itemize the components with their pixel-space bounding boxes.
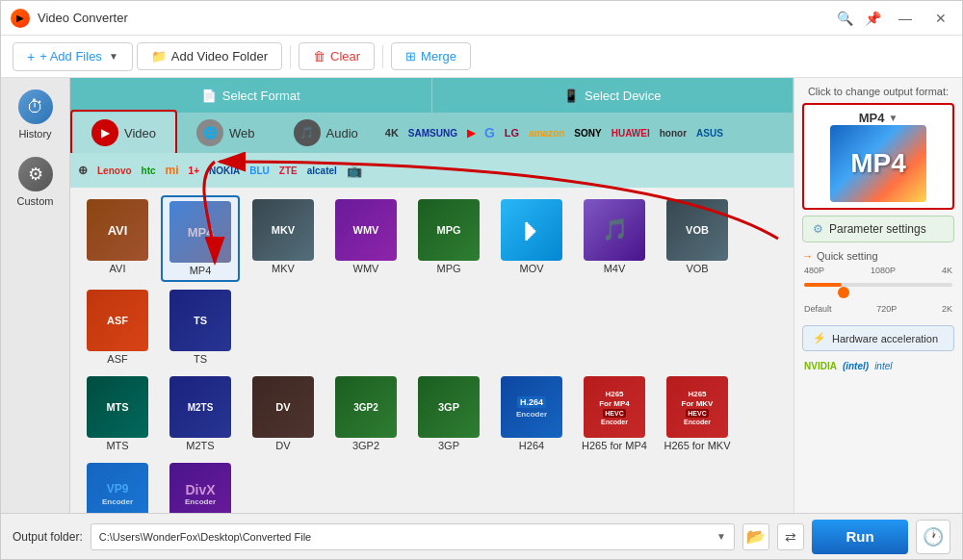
- format-bar: 📄 Select Format 📱 Select Device: [70, 78, 794, 113]
- format-ts[interactable]: TS TS: [161, 286, 240, 369]
- format-h264[interactable]: H.264 Encoder H264: [492, 372, 571, 455]
- select-device-tab[interactable]: 📱 Select Device: [432, 78, 794, 113]
- brand-row-2: ⊕ Lenovo htc mi 1+ NOKIA BLU ZTE alcatel…: [70, 153, 794, 188]
- output-path-container[interactable]: C:\Users\WonderFox\Desktop\Converted Fil…: [91, 523, 735, 550]
- pin-icon[interactable]: 📌: [865, 11, 881, 26]
- current-format-name: MP4: [859, 111, 885, 125]
- quality-slider[interactable]: [804, 283, 952, 302]
- close-button[interactable]: ✕: [929, 11, 952, 26]
- brand-oneplus[interactable]: 1+: [189, 165, 199, 176]
- format-3gp[interactable]: 3GP 3GP: [409, 372, 488, 455]
- video-type-btn[interactable]: ▶ Video: [70, 110, 177, 156]
- brand-4k[interactable]: 4K: [385, 127, 399, 139]
- brand-blu[interactable]: BLU: [249, 165, 270, 176]
- clear-icon: 🗑: [313, 49, 325, 64]
- add-folder-button[interactable]: 📁 Add Video Folder: [137, 42, 282, 70]
- brand-asus[interactable]: ASUS: [696, 128, 723, 139]
- merge-label: Merge: [421, 49, 456, 64]
- brand-samsung[interactable]: SAMSUNG: [408, 128, 457, 139]
- brand-youtube[interactable]: ▶: [467, 127, 475, 140]
- sidebar-item-custom[interactable]: ⚙ Custom: [5, 149, 66, 215]
- format-3gp2[interactable]: 3GP2 3GP2: [326, 372, 405, 455]
- nvidia-row: NVIDIA (intel) intel: [802, 357, 954, 375]
- format-row-2: MTS MTS M2TS M2TS DV DV 3GP2 3GP2: [78, 372, 786, 513]
- history-label: History: [18, 128, 51, 140]
- brand-lenovo[interactable]: Lenovo: [97, 165, 132, 176]
- schedule-button[interactable]: 🕐: [916, 520, 950, 554]
- clock-icon: 🕐: [923, 526, 944, 547]
- format-divx[interactable]: DivX Encoder DIVX: [161, 459, 240, 513]
- run-button[interactable]: Run: [812, 520, 908, 554]
- quick-setting-text: Quick setting: [817, 250, 878, 262]
- bottom-bar: Output folder: C:\Users\WonderFox\Deskto…: [1, 513, 962, 559]
- brand-amazon[interactable]: amazon: [529, 128, 564, 139]
- path-dropdown-arrow: ▼: [716, 531, 726, 542]
- web-type-btn[interactable]: 🌐 Web: [177, 112, 274, 154]
- quality-top-labels: 480P 1080P 4K: [804, 266, 952, 275]
- format-mpg[interactable]: MPG MPG: [409, 195, 488, 282]
- clear-label: Clear: [330, 49, 360, 64]
- brand-motorola[interactable]: ⊕: [78, 164, 88, 177]
- audio-icon: 🎵: [294, 119, 321, 146]
- format-wmv[interactable]: WMV WMV: [326, 195, 405, 282]
- brand-htc[interactable]: htc: [142, 165, 156, 176]
- brand-sony[interactable]: SONY: [574, 128, 601, 139]
- brand-zte[interactable]: ZTE: [279, 165, 298, 176]
- select-format-tab[interactable]: 📄 Select Format: [70, 78, 432, 113]
- format-h265-mkv[interactable]: H265 For MKV HEVC Encoder H265 for MKV: [658, 372, 737, 455]
- format-asf[interactable]: ASF ASF: [78, 286, 157, 369]
- add-files-button[interactable]: + + Add Files ▼: [13, 42, 133, 71]
- dropdown-arrow-icon[interactable]: ▼: [109, 51, 118, 62]
- format-mov[interactable]: ⏵ MOV: [492, 195, 571, 282]
- format-m2ts[interactable]: M2TS M2TS: [161, 372, 240, 455]
- sidebar-item-history[interactable]: ⏱ History: [5, 82, 66, 147]
- intel-logo-2: intel: [874, 361, 892, 371]
- brand-xiaomi[interactable]: mi: [166, 164, 179, 177]
- hw-accel-button[interactable]: ⚡ Hardware acceleration: [802, 325, 954, 351]
- minimize-button[interactable]: —: [893, 11, 918, 26]
- format-vob[interactable]: VOB VOB: [658, 195, 737, 282]
- param-settings-label: Parameter settings: [829, 222, 926, 236]
- search-icon[interactable]: 🔍: [837, 11, 853, 26]
- format-m4v[interactable]: 🎵 M4V: [575, 195, 654, 282]
- settings-icon: ⚙: [813, 222, 823, 236]
- brand-huawei[interactable]: HUAWEI: [612, 128, 650, 139]
- brand-alcatel[interactable]: alcatel: [307, 165, 337, 176]
- output-path-text: C:\Users\WonderFox\Desktop\Converted Fil…: [99, 531, 713, 543]
- format-mts[interactable]: MTS MTS: [78, 372, 157, 455]
- format-h265-mp4[interactable]: H265 For MP4 HEVC Encoder H265 for MP4: [575, 372, 654, 455]
- brand-google[interactable]: G: [484, 125, 495, 140]
- left-sidebar: ⏱ History ⚙ Custom: [1, 78, 70, 513]
- format-avi[interactable]: AVI AVI: [78, 195, 157, 282]
- extra-action-button[interactable]: ⇄: [777, 523, 804, 550]
- param-settings-button[interactable]: ⚙ Parameter settings: [802, 216, 954, 242]
- merge-button[interactable]: ⊞ Merge: [391, 42, 471, 70]
- output-format-box[interactable]: MP4 ▼ MP4: [802, 103, 954, 210]
- browse-folder-button[interactable]: 📂: [742, 523, 769, 550]
- add-folder-label: Add Video Folder: [171, 49, 268, 64]
- device-tab-icon: 📱: [563, 89, 579, 103]
- brand-nokia[interactable]: NOKIA: [209, 165, 240, 176]
- clear-button[interactable]: 🗑 Clear: [299, 42, 375, 70]
- video-label: Video: [124, 126, 156, 140]
- brand-lg[interactable]: LG: [505, 127, 519, 139]
- format-vp9[interactable]: VP9 Encoder VP9: [78, 459, 157, 513]
- format-grid: AVI AVI MP4 MP4 MKV MKV: [70, 188, 794, 513]
- format-mkv[interactable]: MKV MKV: [244, 195, 323, 282]
- custom-label: Custom: [17, 195, 54, 207]
- title-bar: ▶ Video Converter 🔍 📌 — ✕: [1, 1, 962, 36]
- output-format-preview: MP4: [830, 125, 926, 202]
- format-dv[interactable]: DV DV: [244, 372, 323, 455]
- separator-2: [382, 45, 383, 68]
- right-panel: Click to change output format: MP4 ▼ MP4…: [794, 78, 962, 513]
- custom-icon: ⚙: [18, 157, 53, 191]
- folder-icon: 📁: [151, 49, 167, 64]
- format-mp4[interactable]: MP4 MP4: [161, 195, 240, 282]
- brand-tv[interactable]: 📺: [347, 164, 362, 178]
- output-format-hint: Click to change output format:: [802, 86, 954, 97]
- quick-setting-icon: →: [802, 250, 813, 262]
- brand-honor[interactable]: honor: [660, 128, 687, 139]
- format-tab-icon: 📄: [201, 89, 217, 103]
- audio-type-btn[interactable]: 🎵 Audio: [274, 112, 377, 154]
- extra-icon: ⇄: [785, 529, 796, 545]
